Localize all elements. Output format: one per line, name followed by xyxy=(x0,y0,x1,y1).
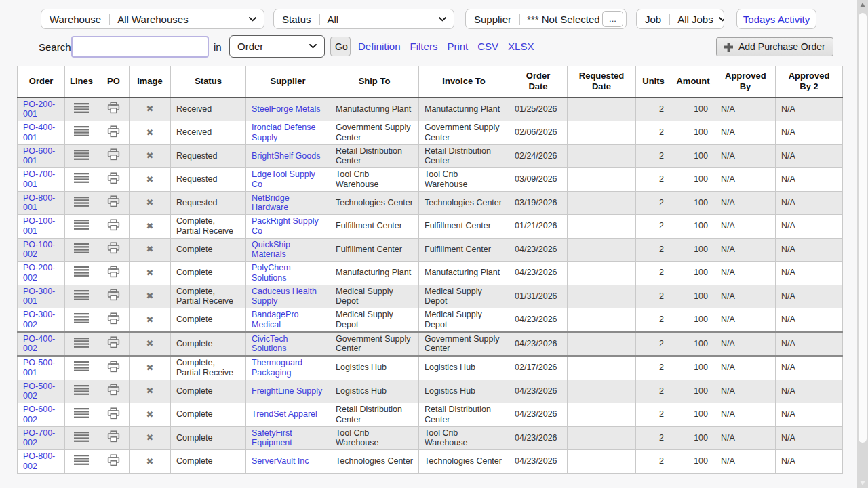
print-button[interactable] xyxy=(98,144,130,168)
scrollbar-thumb[interactable] xyxy=(859,13,867,443)
col-header-units[interactable]: Units xyxy=(636,66,671,98)
print-button[interactable] xyxy=(98,403,130,427)
toolbar-link-csv[interactable]: CSV xyxy=(477,41,498,52)
print-button[interactable] xyxy=(98,285,130,308)
lines-button[interactable] xyxy=(65,426,98,450)
lines-button[interactable] xyxy=(65,215,98,239)
print-button[interactable] xyxy=(98,215,130,239)
order-link[interactable]: PO-500-002 xyxy=(23,382,55,401)
image-delete-button[interactable]: ✖ xyxy=(130,215,171,239)
toolbar-link-print[interactable]: Print xyxy=(447,41,468,52)
order-link[interactable]: PO-300-001 xyxy=(23,287,55,306)
order-link[interactable]: PO-700-002 xyxy=(23,428,55,448)
image-delete-button[interactable]: ✖ xyxy=(130,450,171,474)
order-link[interactable]: PO-600-001 xyxy=(23,146,55,166)
lines-button[interactable] xyxy=(65,262,98,285)
order-link[interactable]: PO-400-001 xyxy=(23,123,55,142)
col-header-invoice-to[interactable]: Invoice To xyxy=(419,66,509,98)
toolbar-link-xlsx[interactable]: XLSX xyxy=(508,41,534,52)
lines-button[interactable] xyxy=(65,121,98,145)
scroll-up-arrow-icon[interactable] xyxy=(860,3,865,7)
image-delete-button[interactable]: ✖ xyxy=(130,262,171,285)
lines-button[interactable] xyxy=(65,403,98,427)
order-link[interactable]: PO-800-001 xyxy=(23,193,55,213)
lines-button[interactable] xyxy=(65,168,98,192)
col-header-order-date[interactable]: Order Date xyxy=(509,66,568,98)
job-filter[interactable]: Job All Jobs xyxy=(636,9,724,29)
col-header-approved-by[interactable]: Approved By xyxy=(715,66,776,98)
col-header-status[interactable]: Status xyxy=(171,66,246,98)
vertical-scrollbar[interactable] xyxy=(857,0,868,488)
col-header-lines[interactable]: Lines xyxy=(65,66,98,98)
supplier-link[interactable]: PackRight Supply Co xyxy=(252,216,319,236)
image-delete-button[interactable]: ✖ xyxy=(130,168,171,192)
order-link[interactable]: PO-200-001 xyxy=(23,100,55,119)
image-delete-button[interactable]: ✖ xyxy=(130,191,171,215)
col-header-supplier[interactable]: Supplier xyxy=(246,66,330,98)
lines-button[interactable] xyxy=(65,144,98,168)
print-button[interactable] xyxy=(98,450,130,474)
order-link[interactable]: PO-600-002 xyxy=(23,405,55,424)
image-delete-button[interactable]: ✖ xyxy=(130,426,171,450)
image-delete-button[interactable]: ✖ xyxy=(130,403,171,427)
image-delete-button[interactable]: ✖ xyxy=(130,238,171,262)
lines-button[interactable] xyxy=(65,308,98,332)
supplier-link[interactable]: FreightLine Supply xyxy=(252,386,322,396)
order-link[interactable]: PO-300-002 xyxy=(23,310,55,329)
print-button[interactable] xyxy=(98,262,130,285)
col-header-ship-to[interactable]: Ship To xyxy=(330,66,419,98)
order-link[interactable]: PO-500-001 xyxy=(23,358,55,378)
lines-button[interactable] xyxy=(65,98,98,121)
print-button[interactable] xyxy=(98,356,130,380)
lines-button[interactable] xyxy=(65,191,98,215)
col-header-requested-date[interactable]: Requested Date xyxy=(568,66,636,98)
print-button[interactable] xyxy=(98,426,130,450)
supplier-link[interactable]: Caduceus Health Supply xyxy=(252,287,317,306)
order-link[interactable]: PO-400-002 xyxy=(23,334,55,354)
search-scope-select[interactable]: Order xyxy=(229,35,325,58)
lines-button[interactable] xyxy=(65,380,98,403)
supplier-link[interactable]: Ironclad Defense Supply xyxy=(252,123,316,142)
print-button[interactable] xyxy=(98,98,130,121)
todays-activity-button[interactable]: Todays Activity xyxy=(736,9,816,29)
image-delete-button[interactable]: ✖ xyxy=(130,332,171,357)
lines-button[interactable] xyxy=(65,356,98,380)
lines-button[interactable] xyxy=(65,285,98,308)
image-delete-button[interactable]: ✖ xyxy=(130,380,171,403)
lines-button[interactable] xyxy=(65,238,98,262)
image-delete-button[interactable]: ✖ xyxy=(130,356,171,380)
warehouse-filter[interactable]: Warehouse All Warehouses xyxy=(41,9,264,29)
image-delete-button[interactable]: ✖ xyxy=(130,144,171,168)
lines-button[interactable] xyxy=(65,332,98,357)
status-filter[interactable]: Status All xyxy=(273,9,454,29)
scroll-down-arrow-icon[interactable] xyxy=(860,481,865,485)
col-header-order[interactable]: Order xyxy=(18,66,65,98)
image-delete-button[interactable]: ✖ xyxy=(130,121,171,145)
image-delete-button[interactable]: ✖ xyxy=(130,308,171,332)
order-link[interactable]: PO-100-001 xyxy=(23,216,55,236)
go-button[interactable]: Go xyxy=(330,37,351,56)
supplier-link[interactable]: NetBridge Hardware xyxy=(252,193,290,213)
print-button[interactable] xyxy=(98,238,130,262)
supplier-link[interactable]: TrendSet Apparel xyxy=(252,409,317,419)
col-header-image[interactable]: Image xyxy=(130,66,171,98)
supplier-link[interactable]: BandagePro Medical xyxy=(252,310,299,329)
image-delete-button[interactable]: ✖ xyxy=(130,98,171,121)
order-link[interactable]: PO-700-001 xyxy=(23,169,55,189)
lines-button[interactable] xyxy=(65,450,98,474)
search-input[interactable] xyxy=(71,36,209,58)
col-header-amount[interactable]: Amount xyxy=(671,66,715,98)
supplier-link[interactable]: BrightShelf Goods xyxy=(252,151,320,161)
order-link[interactable]: PO-100-002 xyxy=(23,240,55,260)
print-button[interactable] xyxy=(98,332,130,357)
print-button[interactable] xyxy=(98,121,130,145)
order-link[interactable]: PO-200-002 xyxy=(23,263,55,283)
supplier-link[interactable]: QuickShip Materials xyxy=(252,240,290,260)
print-button[interactable] xyxy=(98,380,130,403)
supplier-link[interactable]: SteelForge Metals xyxy=(252,104,320,114)
supplier-link[interactable]: SafetyFirst Equipment xyxy=(252,428,292,448)
toolbar-link-filters[interactable]: Filters xyxy=(410,41,438,52)
add-purchase-order-button[interactable]: Add Purchase Order xyxy=(716,37,833,56)
print-button[interactable] xyxy=(98,308,130,332)
print-button[interactable] xyxy=(98,191,130,215)
